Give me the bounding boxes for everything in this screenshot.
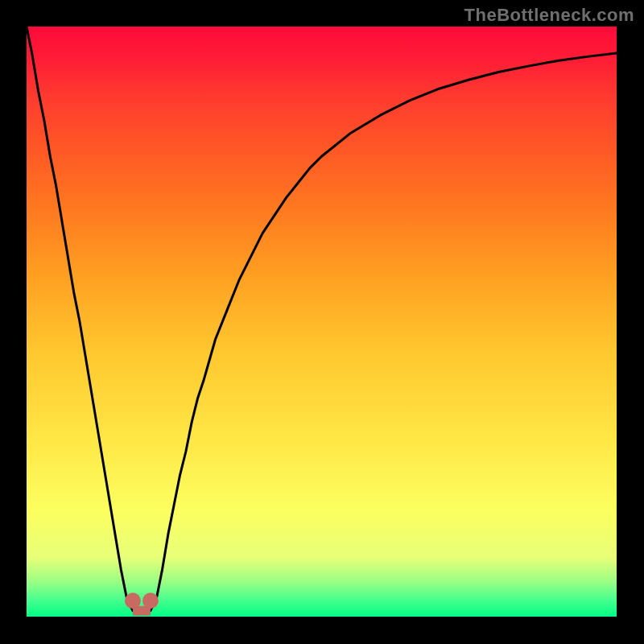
chart-frame: TheBottleneck.com	[0, 0, 644, 644]
svg-point-2	[142, 592, 159, 609]
bottleneck-curve	[27, 27, 617, 617]
plot-area	[27, 27, 617, 617]
watermark-text: TheBottleneck.com	[464, 5, 634, 26]
svg-point-1	[125, 592, 141, 609]
